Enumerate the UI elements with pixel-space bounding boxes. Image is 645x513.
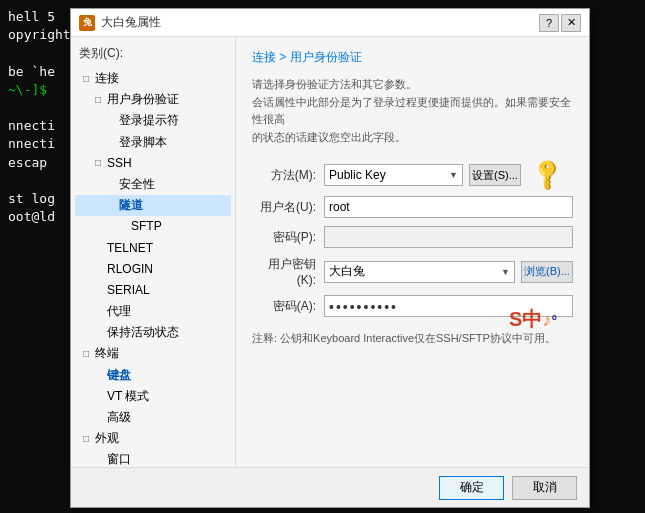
tree-item-login-hints[interactable]: 登录提示符 (75, 110, 231, 131)
tree-label: 代理 (95, 302, 131, 321)
tree-item-advanced[interactable]: 高级 (75, 407, 231, 428)
tree-item-rlogin[interactable]: RLOGIN (75, 259, 231, 280)
tree-label: SERIAL (95, 281, 150, 300)
tree-item-serial[interactable]: SERIAL (75, 280, 231, 301)
category-label: 类别(C): (75, 45, 231, 62)
tree-item-auth[interactable]: □ 用户身份验证 (75, 89, 231, 110)
user-key-row: 用户密钥(K): 大白兔 ▼ 浏览(B)... (252, 256, 573, 287)
left-tree-panel: 类别(C): □ 连接 □ 用户身份验证 登录提示符 登录脚本 □ (71, 37, 236, 467)
tree-label: 登录脚本 (119, 133, 167, 152)
expand-icon: □ (83, 71, 93, 87)
cancel-button[interactable]: 取消 (512, 476, 577, 500)
section-breadcrumb: 连接 > 用户身份验证 (252, 49, 573, 66)
tree-label: RLOGIN (95, 260, 153, 279)
method-value: Public Key (329, 168, 386, 182)
password-row: 密码(P): (252, 226, 573, 248)
password-label: 密码(P): (252, 229, 324, 246)
right-panel: 连接 > 用户身份验证 请选择身份验证方法和其它参数。 会话属性中此部分是为了登… (236, 37, 589, 467)
spacer (107, 134, 117, 150)
tree-label: TELNET (95, 239, 153, 258)
tree-label: 登录提示符 (119, 111, 179, 130)
tree-item-terminal[interactable]: □ 终端 (75, 343, 231, 364)
method-label: 方法(M): (252, 167, 324, 184)
note-text: 注释: 公钥和Keyboard Interactive仅在SSH/SFTP协议中… (252, 331, 573, 346)
username-input[interactable] (324, 196, 573, 218)
expand-icon: □ (83, 431, 93, 447)
dialog-bottom-bar: 确定 取消 (71, 467, 589, 507)
tree-item-sftp[interactable]: SFTP (75, 216, 231, 237)
username-row: 用户名(U): (252, 196, 573, 218)
tree-label: 安全性 (119, 175, 155, 194)
help-button[interactable]: ? (539, 14, 559, 32)
tree-label: SFTP (131, 217, 162, 236)
watermark-dot: ° (551, 313, 557, 329)
tree-label: SSH (107, 154, 132, 173)
close-button[interactable]: ✕ (561, 14, 581, 32)
tree-item-security[interactable]: 安全性 (75, 174, 231, 195)
expand-icon: □ (95, 155, 105, 171)
expand-icon: □ (95, 92, 105, 108)
description-text: 请选择身份验证方法和其它参数。 会话属性中此部分是为了登录过程更便捷而提供的。如… (252, 76, 573, 146)
spacer (119, 219, 129, 235)
tree-label: 隧道 (119, 196, 143, 215)
spacer (107, 198, 117, 214)
spacer (107, 113, 117, 129)
tree-label: 高级 (107, 408, 131, 427)
user-key-select[interactable]: 大白兔 ▼ (324, 261, 515, 283)
tree-item-proxy[interactable]: 代理 (75, 301, 231, 322)
tree-label: 窗口 (95, 450, 131, 467)
key-icon: 🔑 (528, 157, 565, 194)
tree-label: 外观 (95, 429, 119, 448)
tree-item-window[interactable]: 窗口 (75, 449, 231, 467)
username-label: 用户名(U): (252, 199, 324, 216)
method-select[interactable]: Public Key ▼ (324, 164, 463, 186)
tree-item-connect[interactable]: □ 连接 (75, 68, 231, 89)
tree-item-appearance[interactable]: □ 外观 (75, 428, 231, 449)
dialog-title: 大白兔属性 (101, 14, 161, 31)
properties-dialog: 兔 大白兔属性 ? ✕ 类别(C): □ 连接 □ 用户身份验证 登录提示符 (70, 8, 590, 508)
watermark-text: S中 (509, 308, 542, 330)
title-bar: 兔 大白兔属性 ? ✕ (71, 9, 589, 37)
tree-label: 键盘 (95, 366, 131, 385)
tree-item-telnet[interactable]: TELNET (75, 238, 231, 259)
tree-item-keyboard[interactable]: 键盘 (75, 365, 231, 386)
tree-label: 终端 (95, 344, 119, 363)
app-icon: 兔 (79, 15, 95, 31)
dialog-body: 类别(C): □ 连接 □ 用户身份验证 登录提示符 登录脚本 □ (71, 37, 589, 467)
tree-label: 保持活动状态 (95, 323, 179, 342)
watermark: S中♪° (236, 306, 557, 333)
tree-item-ssh[interactable]: □ SSH (75, 153, 231, 174)
tree-item-login-script[interactable]: 登录脚本 (75, 132, 231, 153)
dropdown-arrow-icon: ▼ (501, 267, 510, 277)
dropdown-arrow-icon: ▼ (449, 170, 458, 180)
user-key-value: 大白兔 (329, 263, 365, 280)
password-input (324, 226, 573, 248)
settings-button[interactable]: 设置(S)... (469, 164, 521, 186)
tree-item-vt-mode[interactable]: VT 模式 (75, 386, 231, 407)
tree-label: VT 模式 (107, 387, 149, 406)
ok-button[interactable]: 确定 (439, 476, 504, 500)
tree-label: 连接 (95, 69, 119, 88)
tree-item-tunnel[interactable]: 隧道 (75, 195, 231, 216)
expand-icon: □ (83, 346, 93, 362)
tree-item-keepalive[interactable]: 保持活动状态 (75, 322, 231, 343)
spacer (107, 177, 117, 193)
browse-button[interactable]: 浏览(B)... (521, 261, 573, 283)
user-key-label: 用户密钥(K): (252, 256, 324, 287)
method-row: 方法(M): Public Key ▼ 设置(S)... 🔑 (252, 162, 573, 188)
tree-label: 用户身份验证 (107, 90, 179, 109)
